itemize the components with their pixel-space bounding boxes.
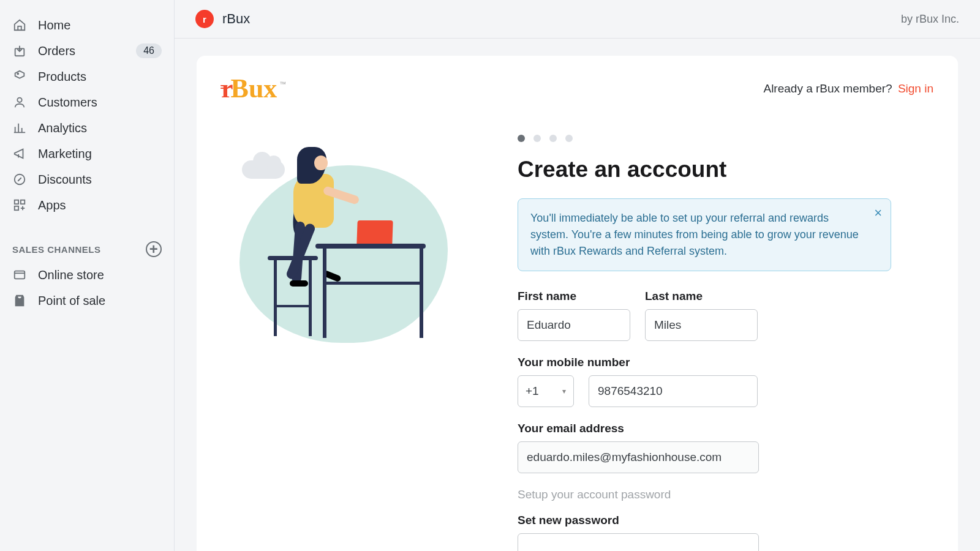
brand-name: rBux [222, 11, 250, 27]
by-text: by rBux Inc. [901, 13, 959, 26]
sidebar-item-label: Online store [38, 268, 162, 282]
sidebar-item-discounts[interactable]: Discounts [0, 167, 174, 192]
sidebar-item-apps[interactable]: Apps [0, 192, 174, 218]
illustration-column [221, 135, 473, 551]
password-section-label: Setup your account password [518, 488, 897, 501]
products-icon [12, 69, 27, 84]
logo-r: r [221, 73, 233, 104]
last-name-label: Last name [645, 290, 758, 303]
sidebar-item-label: Marketing [38, 147, 162, 161]
step-dot-3[interactable] [549, 135, 557, 142]
home-icon [12, 18, 27, 32]
discounts-icon [12, 172, 27, 187]
card: r Bux ™ Already a rBux member? Sign in [197, 56, 958, 551]
topbar-left: r rBux [195, 10, 250, 28]
apps-icon [12, 198, 27, 212]
svg-point-1 [17, 73, 18, 75]
sidebar-item-label: Orders [38, 44, 136, 58]
topbar: r rBux by rBux Inc. [175, 0, 980, 39]
sidebar-item-pos[interactable]: Point of sale [0, 288, 174, 313]
mobile-label: Your mobile number [518, 356, 897, 369]
sidebar: Home Orders 46 Products Customers Analyt… [0, 0, 175, 551]
email-label: Your email address [518, 422, 897, 435]
info-banner: You'll immediately be able to set up you… [518, 198, 891, 271]
svg-point-2 [17, 98, 21, 102]
sidebar-section-label: SALES CHANNELS [12, 244, 101, 255]
orders-badge: 46 [136, 43, 162, 58]
step-dot-4[interactable] [565, 135, 573, 142]
customers-icon [12, 95, 27, 110]
last-name-input[interactable] [645, 309, 758, 341]
first-name-input[interactable] [518, 309, 630, 341]
svg-rect-4 [15, 200, 18, 204]
sidebar-item-orders[interactable]: Orders 46 [0, 38, 174, 64]
sidebar-item-label: Products [38, 70, 162, 84]
sidebar-item-customers[interactable]: Customers [0, 89, 174, 115]
sidebar-section-sales-channels: SALES CHANNELS + [0, 235, 174, 262]
chevron-down-icon: ▾ [562, 387, 566, 395]
content: r Bux ™ Already a rBux member? Sign in [175, 39, 980, 551]
main: r rBux by rBux Inc. r Bux ™ Already a rB… [175, 0, 980, 551]
stepper [518, 135, 897, 142]
illustration [233, 141, 454, 361]
card-top: r Bux ™ Already a rBux member? Sign in [221, 73, 933, 104]
sidebar-item-label: Customers [38, 96, 162, 110]
new-password-input[interactable] [518, 533, 759, 551]
sidebar-item-online-store[interactable]: Online store [0, 262, 174, 288]
svg-rect-6 [15, 206, 18, 210]
online-store-icon [12, 268, 27, 282]
marketing-icon [12, 146, 27, 161]
close-icon[interactable]: × [874, 206, 882, 220]
rbux-logo: r Bux ™ [221, 73, 286, 104]
brand-badge: r [195, 10, 214, 28]
card-body: Create an acccount You'll immediately be… [221, 135, 933, 551]
logo-bux: Bux [231, 73, 277, 104]
sidebar-item-home[interactable]: Home [0, 12, 174, 38]
svg-rect-5 [21, 200, 24, 204]
dial-code-value: +1 [526, 384, 539, 398]
logo-tm: ™ [279, 80, 286, 88]
pos-icon [12, 293, 27, 308]
email-input[interactable] [518, 441, 759, 473]
svg-rect-7 [15, 271, 25, 279]
sidebar-item-marketing[interactable]: Marketing [0, 141, 174, 167]
orders-icon [12, 43, 27, 58]
add-channel-button[interactable]: + [146, 241, 162, 257]
dial-code-select[interactable]: +1 ▾ [518, 375, 574, 407]
sidebar-item-analytics[interactable]: Analytics [0, 115, 174, 141]
new-password-label: Set new password [518, 514, 897, 527]
mobile-input[interactable] [589, 375, 758, 407]
form-title: Create an acccount [518, 157, 897, 182]
step-dot-1[interactable] [518, 135, 525, 142]
member-line: Already a rBux member? Sign in [763, 82, 933, 96]
sidebar-item-label: Analytics [38, 121, 162, 135]
step-dot-2[interactable] [533, 135, 541, 142]
sidebar-item-label: Point of sale [38, 294, 162, 308]
first-name-label: First name [518, 290, 630, 303]
sidebar-item-label: Apps [38, 198, 162, 212]
sidebar-item-products[interactable]: Products [0, 64, 174, 89]
analytics-icon [12, 121, 27, 135]
form-column: Create an acccount You'll immediately be… [518, 135, 897, 551]
info-banner-text: You'll immediately be able to set up you… [530, 212, 859, 257]
sidebar-item-label: Discounts [38, 173, 162, 187]
member-prompt: Already a rBux member? [763, 82, 892, 95]
signin-link[interactable]: Sign in [898, 82, 933, 95]
sidebar-item-label: Home [38, 18, 162, 32]
